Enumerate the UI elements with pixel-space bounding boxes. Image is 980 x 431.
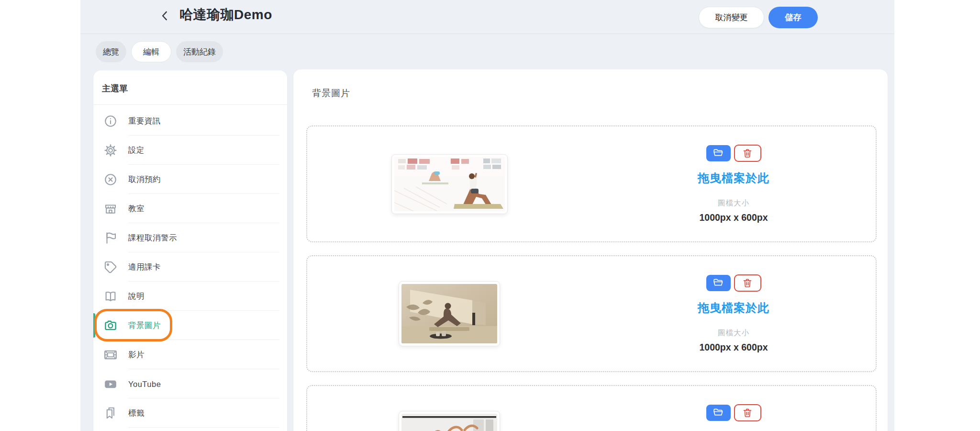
drop-files-label: 拖曳檔案於此 — [698, 300, 769, 316]
sidebar-item-label: 取消預約 — [128, 174, 161, 185]
tab-bar: 總覽 編輯 活動紀錄 — [96, 41, 223, 62]
sidebar-item-course-cancel-alert[interactable]: 課程取消警示 — [93, 223, 287, 252]
sidebar-item-applicable-passes[interactable]: 適用課卡 — [93, 252, 287, 282]
main-panel: 背景圖片 — [293, 69, 888, 431]
page-title: 哈達瑜珈Demo — [179, 6, 272, 24]
sidebar-item-label: 影片 — [128, 350, 145, 360]
browse-files-button[interactable] — [706, 405, 731, 421]
tab-edit[interactable]: 編輯 — [131, 41, 171, 62]
screenshot-stage: 哈達瑜珈Demo 取消變更 儲存 總覽 編輯 活動紀錄 主選單 重要資訊 — [0, 0, 980, 431]
upload-controls-cell: 拖曳檔案於此 圖檔大小 1000px x 600px — [591, 256, 876, 371]
thumbnail-cell — [307, 256, 591, 371]
thumbnail-cell — [307, 386, 591, 431]
browse-files-button[interactable] — [706, 145, 731, 161]
film-icon — [103, 348, 118, 362]
sidebar-item-label: 說明 — [128, 291, 145, 302]
trash-icon — [742, 147, 753, 159]
upload-dropzone-1[interactable]: 拖曳檔案於此 圖檔大小 1000px x 600px — [306, 125, 877, 242]
sidebar-item-cancel-booking[interactable]: 取消預約 — [93, 165, 287, 194]
header-actions: 取消變更 儲存 — [699, 7, 818, 28]
sidebar-item-label: 重要資訊 — [128, 116, 161, 126]
sidebar-item-label: 設定 — [128, 145, 145, 156]
section-title: 背景圖片 — [312, 87, 350, 100]
sidebar-item-tags[interactable]: 標籤 — [93, 398, 287, 428]
active-indicator — [93, 313, 95, 338]
delete-image-button[interactable] — [734, 274, 761, 292]
sidebar: 主選單 重要資訊 — [93, 70, 287, 431]
sidebar-item-settings[interactable]: 設定 — [93, 136, 287, 165]
tab-activity-log[interactable]: 活動紀錄 — [176, 41, 223, 62]
tag-icon — [103, 260, 118, 274]
delete-image-button[interactable] — [734, 404, 761, 421]
save-button[interactable]: 儲存 — [768, 7, 818, 28]
folder-icon — [713, 277, 724, 289]
flag-icon — [103, 231, 118, 245]
sidebar-item-label: 適用課卡 — [128, 262, 161, 272]
image-size-value: 1000px x 600px — [699, 212, 768, 223]
sidebar-item-label: YouTube — [128, 379, 161, 388]
divider — [128, 427, 279, 428]
sidebar-title: 主選單 — [102, 83, 128, 94]
folder-icon — [713, 407, 724, 419]
sidebar-item-background-images[interactable]: 背景圖片 — [93, 311, 287, 340]
delete-image-button[interactable] — [734, 145, 761, 162]
sidebar-item-important-info[interactable]: 重要資訊 — [93, 106, 287, 136]
sidebar-item-label: 背景圖片 — [128, 320, 161, 331]
image-size-caption: 圖檔大小 — [718, 328, 749, 338]
divider — [93, 104, 287, 105]
upload-controls-cell: 拖曳檔案於此 圖檔大小 1000px x 600px — [591, 126, 876, 241]
browse-files-button[interactable] — [706, 275, 731, 291]
folder-icon — [713, 147, 724, 159]
upload-dropzone-2[interactable]: 拖曳檔案於此 圖檔大小 1000px x 600px — [306, 255, 877, 372]
back-button[interactable] — [157, 8, 173, 24]
sidebar-item-description[interactable]: 說明 — [93, 282, 287, 311]
tab-overview[interactable]: 總覽 — [96, 41, 126, 62]
thumbnail-cell — [307, 126, 591, 241]
cancel-changes-button[interactable]: 取消變更 — [699, 7, 764, 28]
trash-icon — [742, 277, 753, 289]
drop-files-label: 拖曳檔案於此 — [698, 170, 769, 186]
sidebar-item-youtube[interactable]: YouTube — [93, 369, 287, 398]
upload-controls-cell: 拖曳檔案於此 圖檔大小 1000px x 600px — [591, 386, 876, 431]
sidebar-item-label: 課程取消警示 — [128, 233, 177, 243]
sidebar-item-classroom[interactable]: 教室 — [93, 194, 287, 223]
bookmark-icon — [103, 406, 118, 420]
gear-icon — [103, 143, 118, 158]
image-size-caption: 圖檔大小 — [718, 198, 749, 208]
trash-icon — [742, 407, 753, 419]
upload-dropzone-3[interactable]: 拖曳檔案於此 圖檔大小 1000px x 600px — [306, 385, 877, 431]
sidebar-menu: 重要資訊 — [93, 106, 287, 428]
sidebar-item-label: 標籤 — [128, 408, 145, 419]
youtube-icon — [103, 377, 118, 391]
cancel-circle-icon — [103, 172, 118, 187]
header-divider — [80, 34, 894, 34]
storefront-icon — [103, 202, 118, 216]
book-icon — [103, 289, 118, 304]
sidebar-item-label: 教室 — [128, 204, 145, 214]
thumbnail-image-2 — [399, 281, 500, 346]
info-icon — [103, 114, 118, 128]
camera-icon — [103, 318, 118, 333]
thumbnail-image-1 — [391, 154, 508, 214]
image-size-value: 1000px x 600px — [699, 342, 768, 353]
sidebar-item-video[interactable]: 影片 — [93, 340, 287, 369]
chevron-left-icon — [159, 10, 171, 22]
app-window: 哈達瑜珈Demo 取消變更 儲存 總覽 編輯 活動紀錄 主選單 重要資訊 — [80, 0, 894, 431]
thumbnail-image-3 — [399, 411, 500, 431]
